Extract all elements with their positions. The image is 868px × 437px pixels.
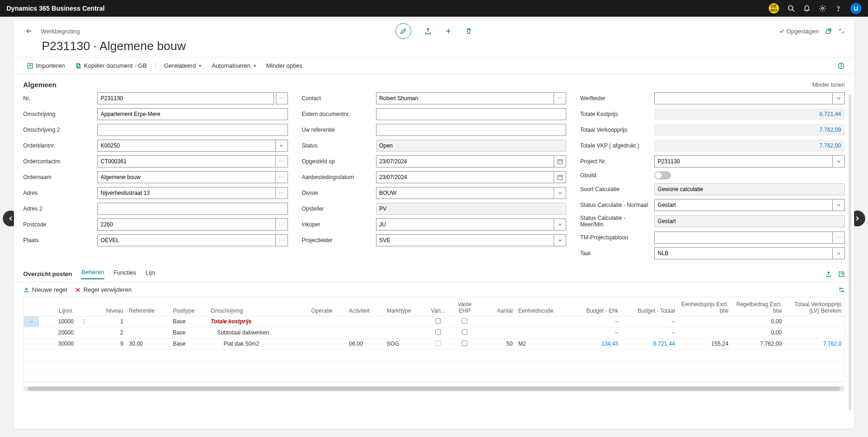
table-row-empty[interactable] <box>24 349 844 360</box>
table-row[interactable]: → 10000 ⋮ 1 Base Totale kostprijs – – 0,… <box>24 316 844 327</box>
postcode-lookup[interactable]: ⋯ <box>276 218 288 231</box>
postcode-input[interactable] <box>97 218 276 231</box>
gear-icon[interactable] <box>819 5 826 12</box>
automate-button[interactable]: Automatiseren▾ <box>208 60 260 71</box>
statuscalc-n-input[interactable] <box>654 199 833 211</box>
divisie-dropdown[interactable] <box>554 187 566 199</box>
opgesteld-calendar[interactable] <box>554 155 566 167</box>
statuscalc-n-dropdown[interactable] <box>833 199 845 211</box>
col-aantal[interactable]: Aantal <box>478 297 515 316</box>
col-budget-totaal[interactable]: Budget - Totaal <box>621 297 678 316</box>
copy-doc-button[interactable]: Kopiëer document - GB <box>71 60 151 71</box>
ordercontact-lookup[interactable]: ⋯ <box>276 155 288 167</box>
inkoper-input[interactable] <box>376 218 555 231</box>
orderklant-input[interactable] <box>97 140 276 152</box>
vari-checkbox[interactable] <box>435 341 441 346</box>
import-button[interactable]: Importeren <box>23 60 69 71</box>
delete-line-button[interactable]: Regel verwijderen <box>75 286 132 293</box>
edit-button[interactable] <box>396 23 411 39</box>
projectnr-input[interactable] <box>654 155 833 167</box>
collapse-icon[interactable] <box>838 28 845 34</box>
projectnr-dropdown[interactable] <box>833 155 845 167</box>
col-eenheidscode[interactable]: Eenheidscode <box>516 297 571 316</box>
table-row-empty[interactable] <box>24 360 844 371</box>
demo-badge[interactable]: DEMO <box>769 3 779 13</box>
contact-input[interactable] <box>376 92 555 104</box>
omschrijving2-input[interactable] <box>97 124 288 136</box>
table-row-empty[interactable] <box>24 371 844 381</box>
werfleider-dropdown[interactable] <box>833 92 845 104</box>
ordernaam-lookup[interactable]: ⋯ <box>276 171 288 183</box>
tab-functies[interactable]: Functies <box>114 269 136 279</box>
adres-input[interactable] <box>97 187 276 199</box>
col-vari[interactable]: Vari... <box>425 297 452 316</box>
projectleider-dropdown[interactable] <box>554 234 566 246</box>
vertical-scrollbar[interactable] <box>849 95 851 410</box>
tab-beheren[interactable]: Beheren <box>81 269 104 279</box>
plaats-input[interactable] <box>97 234 276 246</box>
lines-settings-icon[interactable] <box>838 287 845 293</box>
opgesteld-input[interactable] <box>376 155 555 167</box>
col-posttype[interactable]: Posttype <box>170 297 208 316</box>
col-budget-ehk[interactable]: Budget - Ehk <box>571 297 621 316</box>
nr-lookup-button[interactable]: ⋯ <box>276 92 288 104</box>
tab-lijn[interactable]: Lijn <box>146 269 155 279</box>
uwref-input[interactable] <box>376 124 567 136</box>
contact-lookup[interactable]: ⋯ <box>554 92 566 104</box>
delete-icon[interactable] <box>465 27 472 35</box>
related-button[interactable]: Gerelateerd▾ <box>160 60 205 71</box>
ordercontact-input[interactable] <box>97 155 276 167</box>
horizontal-scrollbar[interactable] <box>23 386 845 392</box>
bell-icon[interactable] <box>803 5 811 12</box>
lines-expand-icon[interactable] <box>838 271 845 277</box>
vaste-checkbox[interactable] <box>462 341 467 346</box>
tot-vkp-value[interactable] <box>654 140 845 152</box>
info-icon[interactable] <box>837 62 845 70</box>
popout-icon[interactable] <box>825 28 832 34</box>
adres-lookup[interactable]: ⋯ <box>276 187 288 199</box>
col-vaste[interactable]: Vaste EHP <box>452 297 478 316</box>
help-icon[interactable] <box>835 5 842 12</box>
externdoc-input[interactable] <box>376 108 567 120</box>
vari-checkbox[interactable] <box>435 318 441 324</box>
tot-verkoop-value[interactable] <box>654 124 845 136</box>
col-regelbedrag[interactable]: Regelbedrag Excl. btw <box>731 297 785 316</box>
gbuild-toggle[interactable] <box>654 171 671 180</box>
taal-dropdown[interactable] <box>833 247 845 259</box>
table-row[interactable]: 30000 9 30.00 Base Plat dak 50m2 06.00 S… <box>24 338 844 349</box>
col-activiteit[interactable]: Activiteit <box>346 297 384 316</box>
aanbesteding-input[interactable] <box>376 171 555 183</box>
search-icon[interactable] <box>787 5 795 12</box>
orderklant-dropdown[interactable] <box>276 140 288 152</box>
col-markttype[interactable]: Markttype <box>384 297 425 316</box>
col-totvkp[interactable]: Totaal Verkoopprijs (LV) Bereken <box>785 297 844 316</box>
new-line-button[interactable]: Nieuwe regel <box>23 286 67 293</box>
back-button[interactable] <box>23 25 35 37</box>
nr-input[interactable] <box>97 92 274 104</box>
user-avatar[interactable]: U <box>850 3 862 14</box>
breadcrumb[interactable]: Werkbegroting <box>41 28 80 35</box>
aanbesteding-calendar[interactable] <box>554 171 566 183</box>
col-omschrijving[interactable]: Omschrijving <box>208 297 308 316</box>
col-eenheidsprijs[interactable]: Eenheidsprijs Excl. btw <box>678 297 731 316</box>
new-icon[interactable] <box>445 27 452 35</box>
taal-input[interactable] <box>654 247 833 259</box>
vaste-checkbox[interactable] <box>462 318 467 324</box>
omschrijving-input[interactable] <box>97 108 288 120</box>
vari-checkbox[interactable] <box>435 329 441 335</box>
werfleider-input[interactable] <box>654 92 833 104</box>
plaats-lookup[interactable]: ⋯ <box>276 234 288 246</box>
col-lijnnr[interactable]: Lijnnr. <box>39 297 77 316</box>
col-operatie[interactable]: Operatie <box>308 297 346 316</box>
projectleider-input[interactable] <box>376 234 555 246</box>
col-niveau[interactable]: Niveau <box>91 297 126 316</box>
adres2-input[interactable] <box>97 203 288 215</box>
tot-kostprijs-value[interactable] <box>654 108 845 120</box>
share-icon[interactable] <box>424 27 432 35</box>
table-row[interactable]: 20000 2 Base Subtotaal dakwerken – – 0,0… <box>24 327 844 338</box>
show-less-button[interactable]: Minder tonen <box>812 82 845 88</box>
ordernaam-input[interactable] <box>97 171 276 183</box>
tmproj-input[interactable] <box>654 231 833 244</box>
divisie-input[interactable] <box>376 187 555 199</box>
vaste-checkbox[interactable] <box>462 329 467 335</box>
